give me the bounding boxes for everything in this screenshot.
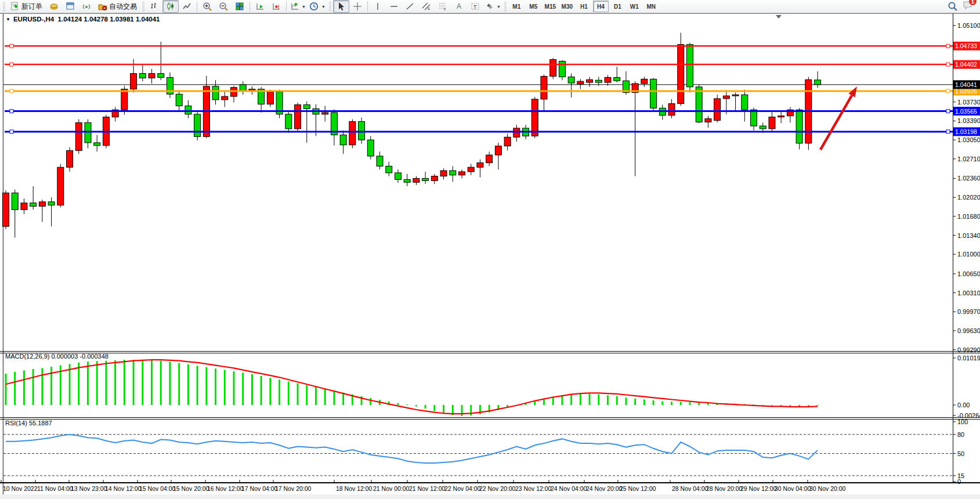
line-handle[interactable] <box>946 89 950 93</box>
candle-bearish <box>359 121 365 140</box>
macd-histogram-bar <box>297 384 299 405</box>
text-label-button[interactable]: T <box>467 0 483 13</box>
macd-histogram-bar <box>607 395 609 405</box>
candlestick-chart-button[interactable] <box>162 0 179 13</box>
macd-histogram-bar <box>169 361 171 405</box>
timeframe-button-M15[interactable]: M15 <box>543 1 558 12</box>
line-handle[interactable] <box>946 110 950 113</box>
line-handle[interactable] <box>946 44 950 48</box>
chart-shift-button[interactable] <box>268 0 284 13</box>
periods-button[interactable]: ▼ <box>308 0 327 13</box>
macd-histogram-bar <box>589 394 591 405</box>
candle-bullish <box>222 96 228 100</box>
cursor-button[interactable] <box>333 0 349 13</box>
chart-title[interactable]: ▼EURUSD-,H4 1.04124 1.04278 1.03981 1.04… <box>6 16 160 23</box>
price-axis-label: 1.01000 <box>957 251 980 258</box>
macd-histogram-bar <box>233 371 235 405</box>
notifications-button[interactable]: 1 <box>963 1 973 12</box>
toolbar-grip[interactable] <box>142 2 144 11</box>
line-handle[interactable] <box>10 44 13 48</box>
vertical-line-button[interactable] <box>370 0 386 13</box>
candle-bearish <box>395 173 401 180</box>
macd-histogram-bar <box>178 363 180 405</box>
new-order-icon <box>10 2 20 11</box>
zoom-in-button[interactable] <box>199 0 215 13</box>
line-handle[interactable] <box>10 89 13 93</box>
timeframe-button-M5[interactable]: M5 <box>526 1 541 12</box>
candle-bullish <box>295 105 301 129</box>
timeframe-button-M30[interactable]: M30 <box>559 1 575 12</box>
new-order-button[interactable]: 新订单 <box>7 0 46 13</box>
timeframe-button-H4[interactable]: H4 <box>593 1 609 12</box>
macd-histogram-bar <box>205 367 207 405</box>
gold-icon <box>49 2 59 11</box>
autotrading-button[interactable]: 自动交易 <box>95 0 140 13</box>
search-icon[interactable] <box>948 1 958 12</box>
timeframe-button-D1[interactable]: D1 <box>610 1 625 12</box>
time-axis-label: 13 Nov 23:00 <box>71 485 107 492</box>
line-handle[interactable] <box>10 63 13 66</box>
line-chart-button[interactable] <box>179 0 195 13</box>
macd-histogram-bar <box>160 361 162 405</box>
trendline-button[interactable] <box>402 0 418 13</box>
tile-windows-button[interactable] <box>232 0 248 13</box>
market-watch-button[interactable] <box>46 0 62 13</box>
timeframe-button-H1[interactable]: H1 <box>576 1 592 12</box>
candle-bullish <box>705 119 711 122</box>
macd-histogram-bar <box>315 387 317 405</box>
price-axis-label: 1.02360 <box>957 175 980 182</box>
timeframe-button-W1[interactable]: W1 <box>627 1 642 12</box>
line-handle[interactable] <box>946 63 950 66</box>
line-handle[interactable] <box>946 130 950 133</box>
macd-histogram-bar <box>333 390 335 405</box>
auto-scroll-button[interactable] <box>252 0 268 13</box>
price-axis-label: 1.01340 <box>957 232 980 239</box>
line-chart-icon <box>182 2 191 11</box>
arrows-button[interactable]: ▼ <box>483 0 502 13</box>
price-axis[interactable]: 1.051001.037301.033901.030501.027101.023… <box>953 22 980 485</box>
crosshair-button[interactable] <box>349 0 366 13</box>
timeframe-button-MN[interactable]: MN <box>643 1 659 12</box>
price-axis-label: 0.99630 <box>957 327 980 334</box>
candle-bullish <box>267 92 273 104</box>
candle-bearish <box>595 80 602 82</box>
candle-bullish <box>131 74 137 89</box>
chart-canvas[interactable]: 1.051001.037301.033901.030501.027101.023… <box>0 0 980 499</box>
indicators-button[interactable]: ▼ <box>288 0 308 13</box>
toolbar-grip[interactable] <box>3 2 5 11</box>
candle-bullish <box>504 137 511 146</box>
zoom-out-button[interactable] <box>215 0 232 13</box>
signals-button[interactable] <box>78 0 95 13</box>
macd-histogram-bar <box>142 360 143 405</box>
svg-text:E: E <box>428 7 430 10</box>
toolbar-grip[interactable] <box>329 2 331 11</box>
bar-chart-button[interactable] <box>146 0 162 13</box>
indicators-icon <box>290 2 299 11</box>
signals-icon <box>82 2 91 11</box>
price-axis-label: 1.01680 <box>957 213 980 220</box>
text-icon: A <box>454 2 464 11</box>
candle-bullish <box>21 203 27 210</box>
timeframe-button-M1[interactable]: M1 <box>509 1 525 12</box>
candle-bearish <box>404 179 410 182</box>
fibonacci-button[interactable]: F <box>435 0 451 13</box>
candle-bearish <box>422 178 429 180</box>
data-window-button[interactable] <box>62 0 78 13</box>
tile-windows-icon <box>235 2 244 11</box>
price-axis-label: 0.99970 <box>957 308 980 315</box>
toolbar-grip[interactable] <box>504 2 507 11</box>
line-handle[interactable] <box>10 130 13 133</box>
candle-bearish <box>340 135 346 144</box>
text-button[interactable]: A <box>451 0 467 13</box>
candle-bullish <box>769 117 775 129</box>
timeframe-group: M1M5M15M30H1H4D1W1MN <box>508 1 660 12</box>
candle-bearish <box>751 110 757 126</box>
macd-histogram-bar <box>461 405 463 416</box>
channel-button[interactable]: E <box>418 0 435 13</box>
macd-histogram-bar <box>114 360 116 405</box>
macd-histogram-bar <box>534 402 536 405</box>
candle-bullish <box>75 122 82 150</box>
horizontal-line-button[interactable] <box>386 0 402 13</box>
macd-histogram-bar <box>771 405 773 406</box>
line-handle[interactable] <box>10 110 13 113</box>
